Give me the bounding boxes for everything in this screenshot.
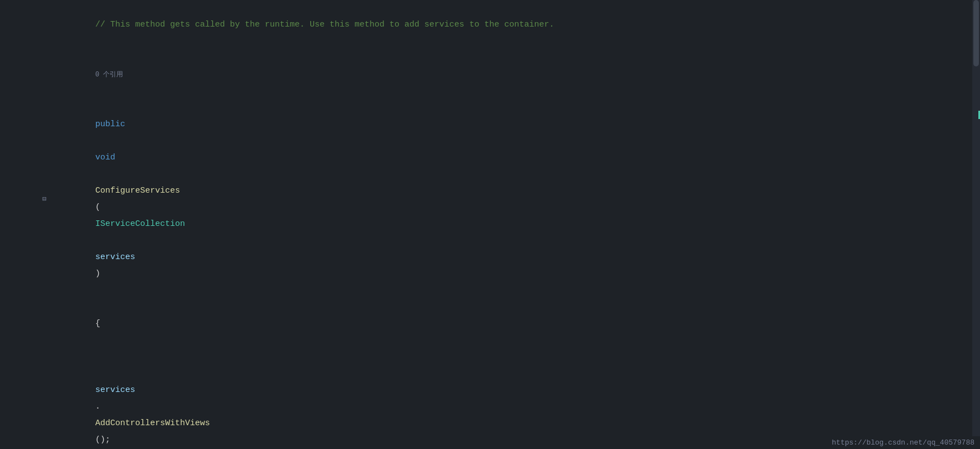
open-brace: {	[95, 319, 100, 328]
fold-icon-3[interactable]: ⊟	[40, 195, 49, 204]
code-editor: // This method gets called by the runtim…	[0, 0, 980, 449]
space1	[95, 136, 100, 146]
indent-5	[95, 369, 115, 378]
keyword-void: void	[95, 153, 115, 162]
comment-text-1: // This method gets called by the runtim…	[95, 20, 554, 29]
paren1: (	[95, 203, 100, 212]
line-4: {	[0, 299, 980, 349]
keyword-public: public	[95, 120, 125, 129]
line-1: // This method gets called by the runtim…	[0, 0, 980, 50]
scrollbar[interactable]	[972, 0, 980, 449]
content-3: public void ConfigureServices ( IService…	[44, 100, 980, 299]
space3	[95, 236, 100, 245]
paren2: )	[95, 269, 100, 278]
line-5: services . AddControllersWithViews ();	[0, 349, 980, 449]
ref-count-1: 0 个引用	[95, 71, 123, 79]
code-area: // This method gets called by the runtim…	[0, 0, 980, 449]
addcontrollers: AddControllersWithViews	[95, 419, 210, 428]
dot-1: .	[95, 402, 100, 411]
content-5: services . AddControllersWithViews ();	[44, 349, 980, 449]
content-4: {	[44, 299, 980, 349]
line-2: 0 个引用	[0, 50, 980, 100]
url-text: https://blog.csdn.net/qq_40579788	[832, 438, 974, 447]
space2	[95, 169, 100, 179]
method-name: ConfigureServices	[95, 186, 180, 195]
scrollbar-thumb[interactable]	[973, 0, 979, 66]
footer-url: https://blog.csdn.net/qq_40579788	[827, 436, 980, 449]
line-3: ⊟ public void ConfigureServices ( IServi…	[0, 100, 980, 299]
param-services: services	[95, 252, 135, 262]
content-1: // This method gets called by the runtim…	[44, 0, 980, 50]
type-isc: IServiceCollection	[95, 219, 185, 229]
parens-1: ();	[95, 435, 110, 445]
services-1: services	[95, 385, 135, 395]
content-2: 0 个引用	[44, 50, 980, 100]
